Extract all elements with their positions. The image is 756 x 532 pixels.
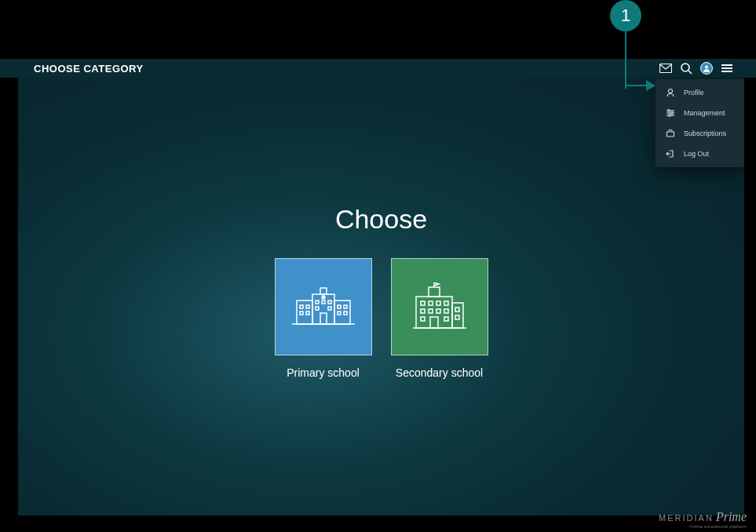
svg-rect-41 <box>421 309 425 313</box>
annotation-number: 1 <box>621 5 630 26</box>
svg-rect-21 <box>338 305 341 308</box>
dropdown-item-logout[interactable]: Log Out <box>656 144 744 164</box>
svg-point-1 <box>681 64 689 71</box>
svg-rect-44 <box>444 309 448 313</box>
svg-rect-37 <box>421 301 425 305</box>
annotation-arrowhead <box>646 80 656 91</box>
svg-line-2 <box>688 71 692 74</box>
dropdown-label: Log Out <box>684 150 709 158</box>
svg-point-6 <box>668 110 670 112</box>
dropdown-item-profile[interactable]: Profile <box>656 82 744 103</box>
page-title: CHOOSE CATEGORY <box>34 63 144 75</box>
dropdown-item-management[interactable]: Management <box>656 103 744 123</box>
user-dropdown-menu: Profile Management Subscriptions Log Out <box>656 79 744 167</box>
dropdown-label: Subscriptions <box>684 129 726 137</box>
mail-icon[interactable] <box>659 62 672 75</box>
header-bg-right <box>744 59 756 78</box>
svg-rect-46 <box>444 317 448 321</box>
footer-logo: MERIDIAN Prime Online educational platfo… <box>659 510 747 529</box>
card-label: Secondary school <box>396 366 483 379</box>
svg-rect-40 <box>444 301 448 305</box>
svg-rect-45 <box>421 317 425 321</box>
svg-point-31 <box>322 296 325 299</box>
svg-rect-26 <box>322 301 325 304</box>
svg-rect-17 <box>300 305 303 308</box>
svg-rect-13 <box>334 301 350 324</box>
svg-rect-28 <box>316 307 319 310</box>
svg-rect-25 <box>316 301 319 304</box>
profile-icon <box>665 87 676 98</box>
svg-rect-48 <box>455 308 459 312</box>
svg-point-10 <box>669 115 671 117</box>
logout-icon <box>665 148 676 159</box>
main-content: Choose Prim <box>18 126 744 379</box>
header-bg-left <box>0 59 18 78</box>
briefcase-icon <box>665 128 676 139</box>
category-card-secondary: Secondary school <box>391 258 488 379</box>
dropdown-label: Profile <box>684 89 704 97</box>
svg-rect-27 <box>328 301 331 304</box>
svg-rect-11 <box>667 132 674 137</box>
search-icon[interactable] <box>680 62 692 75</box>
svg-rect-15 <box>320 288 327 294</box>
avatar-icon[interactable] <box>700 62 713 75</box>
secondary-school-building-icon <box>413 282 466 331</box>
category-cards: Primary school Secondary school <box>18 258 744 379</box>
svg-rect-18 <box>306 305 309 308</box>
hamburger-menu-icon[interactable] <box>721 62 733 75</box>
svg-rect-34 <box>429 287 440 297</box>
svg-rect-47 <box>430 317 438 328</box>
dropdown-item-subscriptions[interactable]: Subscriptions <box>656 123 744 144</box>
svg-rect-30 <box>320 313 327 324</box>
dropdown-label: Management <box>684 109 725 117</box>
svg-rect-24 <box>344 312 347 315</box>
annotation-line <box>625 30 626 89</box>
annotation-badge: 1 <box>610 0 641 31</box>
card-label: Primary school <box>287 366 360 379</box>
svg-rect-19 <box>300 312 303 315</box>
header-icons <box>659 62 733 75</box>
svg-rect-38 <box>429 301 433 305</box>
svg-rect-49 <box>455 315 459 319</box>
svg-rect-12 <box>297 301 312 324</box>
choose-heading: Choose <box>18 204 744 235</box>
primary-school-button[interactable] <box>275 258 372 355</box>
primary-school-building-icon <box>292 285 355 329</box>
footer-brand: MERIDIAN <box>659 513 714 523</box>
svg-rect-22 <box>344 305 347 308</box>
app-header: CHOOSE CATEGORY <box>18 59 744 78</box>
footer-prime: Prime <box>716 510 747 523</box>
svg-rect-42 <box>429 309 433 313</box>
svg-rect-43 <box>436 309 440 313</box>
svg-rect-23 <box>338 312 341 315</box>
footer-tagline: Online educational platform <box>659 524 747 529</box>
svg-rect-20 <box>306 312 309 315</box>
svg-rect-29 <box>328 307 331 310</box>
category-card-primary: Primary school <box>275 258 372 379</box>
svg-point-4 <box>669 89 673 93</box>
svg-rect-39 <box>436 301 440 305</box>
sliders-icon <box>665 107 676 118</box>
svg-point-3 <box>705 65 708 68</box>
svg-point-8 <box>671 112 674 115</box>
secondary-school-button[interactable] <box>391 258 488 355</box>
